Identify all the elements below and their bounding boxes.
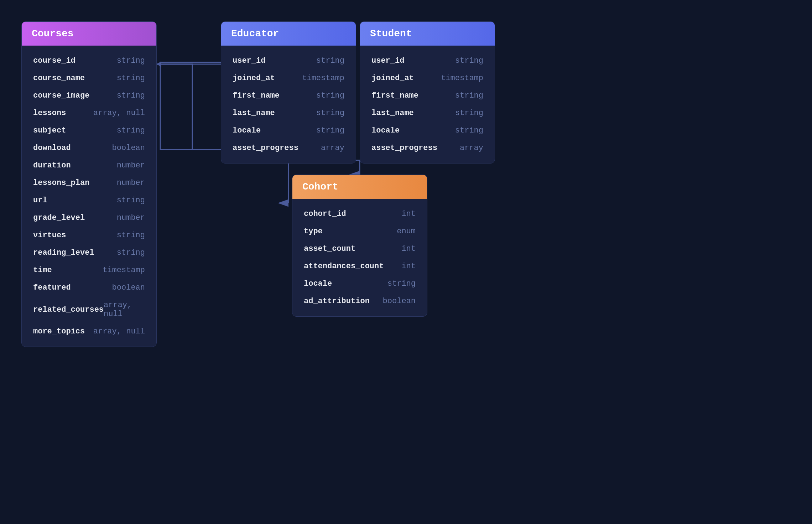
field-type: array (460, 144, 483, 152)
field-type: int (401, 209, 416, 218)
cohort-title: Cohort (302, 181, 338, 192)
field-name: more_topics (33, 327, 85, 336)
field-name: last_name (233, 109, 275, 118)
cohort-header: Cohort (292, 175, 427, 199)
field-type: timestamp (302, 74, 344, 83)
field-type: array (321, 144, 344, 152)
field-name: asset_count (304, 244, 355, 253)
field-type: string (117, 56, 145, 65)
courses-header: Courses (22, 22, 156, 46)
field-name: download (33, 144, 71, 152)
field-name: joined_at (233, 74, 275, 83)
student-body: user_idstringjoined_attimestampfirst_nam… (360, 46, 495, 163)
table-row: course_namestring (22, 69, 156, 87)
field-name: locale (233, 126, 261, 135)
table-row: more_topicsarray, null (22, 323, 156, 340)
field-name: asset_progress (233, 144, 298, 152)
table-row: cohort_idint (292, 205, 427, 223)
field-type: string (316, 109, 344, 118)
table-row: related_coursesarray, null (22, 296, 156, 323)
table-row: subjectstring (22, 122, 156, 139)
field-name: last_name (371, 109, 414, 118)
arrowhead-courses (157, 61, 161, 67)
diagram-canvas: Courses course_idstringcourse_namestring… (0, 0, 812, 524)
field-name: locale (371, 126, 400, 135)
field-type: string (316, 91, 344, 100)
table-row: ad_attributionboolean (292, 292, 427, 310)
table-row: virtuesstring (22, 227, 156, 244)
field-type: array, null (93, 327, 145, 336)
field-name: duration (33, 161, 71, 170)
field-type: boolean (383, 297, 416, 306)
field-name: cohort_id (304, 209, 346, 218)
field-name: first_name (233, 91, 280, 100)
table-row: asset_progressarray (221, 139, 356, 157)
educator-title: Educator (231, 28, 279, 39)
field-type: int (401, 262, 416, 271)
field-name: type (304, 227, 323, 236)
field-name: related_courses (33, 305, 104, 314)
field-name: url (33, 196, 47, 205)
field-type: number (117, 178, 145, 187)
field-type: timestamp (103, 266, 145, 275)
field-name: course_image (33, 91, 89, 100)
table-row: joined_attimestamp (360, 69, 495, 87)
field-name: lessons_plan (33, 178, 89, 187)
table-row: joined_attimestamp (221, 69, 356, 87)
field-type: number (117, 161, 145, 170)
field-name: asset_progress (371, 144, 437, 152)
table-row: last_namestring (221, 104, 356, 122)
table-row: localestring (292, 275, 427, 292)
table-row: course_idstring (22, 52, 156, 69)
field-name: ad_attribution (304, 297, 370, 306)
field-name: user_id (371, 56, 404, 65)
student-title: Student (370, 28, 412, 39)
field-type: string (117, 74, 145, 83)
field-type: array, null (104, 301, 145, 318)
field-type: timestamp (441, 74, 483, 83)
table-row: last_namestring (360, 104, 495, 122)
cohort-body: cohort_idinttypeenumasset_countintattend… (292, 199, 427, 316)
student-header: Student (360, 22, 495, 46)
educator-body: user_idstringjoined_attimestampfirst_nam… (221, 46, 356, 163)
field-name: grade_level (33, 213, 85, 222)
table-row: asset_countint (292, 240, 427, 258)
card-student: Student user_idstringjoined_attimestampf… (360, 21, 495, 164)
card-cohort: Cohort cohort_idinttypeenumasset_countin… (292, 175, 427, 317)
field-name: attendances_count (304, 262, 384, 271)
field-type: boolean (112, 283, 145, 292)
table-row: course_imagestring (22, 87, 156, 104)
table-row: lessonsarray, null (22, 104, 156, 122)
card-courses: Courses course_idstringcourse_namestring… (21, 21, 157, 347)
field-type: string (455, 109, 483, 118)
field-name: subject (33, 126, 66, 135)
field-type: string (316, 56, 344, 65)
field-type: int (401, 244, 416, 253)
field-name: featured (33, 283, 71, 292)
table-row: featuredboolean (22, 279, 156, 296)
field-type: string (117, 196, 145, 205)
field-name: joined_at (371, 74, 414, 83)
table-row: first_namestring (221, 87, 356, 104)
field-name: user_id (233, 56, 265, 65)
field-type: string (117, 248, 145, 257)
card-educator: Educator user_idstringjoined_attimestamp… (221, 21, 356, 164)
field-name: lessons (33, 109, 66, 118)
courses-title: Courses (32, 28, 74, 39)
table-row: first_namestring (360, 87, 495, 104)
table-row: lessons_plannumber (22, 174, 156, 192)
field-name: virtues (33, 231, 66, 240)
field-type: number (117, 213, 145, 222)
field-type: string (117, 126, 145, 135)
field-name: reading_level (33, 248, 94, 257)
field-name: course_name (33, 74, 85, 83)
table-row: localestring (221, 122, 356, 139)
field-type: string (117, 91, 145, 100)
field-name: time (33, 266, 52, 275)
field-type: boolean (112, 144, 145, 152)
table-row: user_idstring (221, 52, 356, 69)
field-type: array, null (93, 109, 145, 118)
table-row: attendances_countint (292, 258, 427, 275)
table-row: user_idstring (360, 52, 495, 69)
field-type: string (316, 126, 344, 135)
